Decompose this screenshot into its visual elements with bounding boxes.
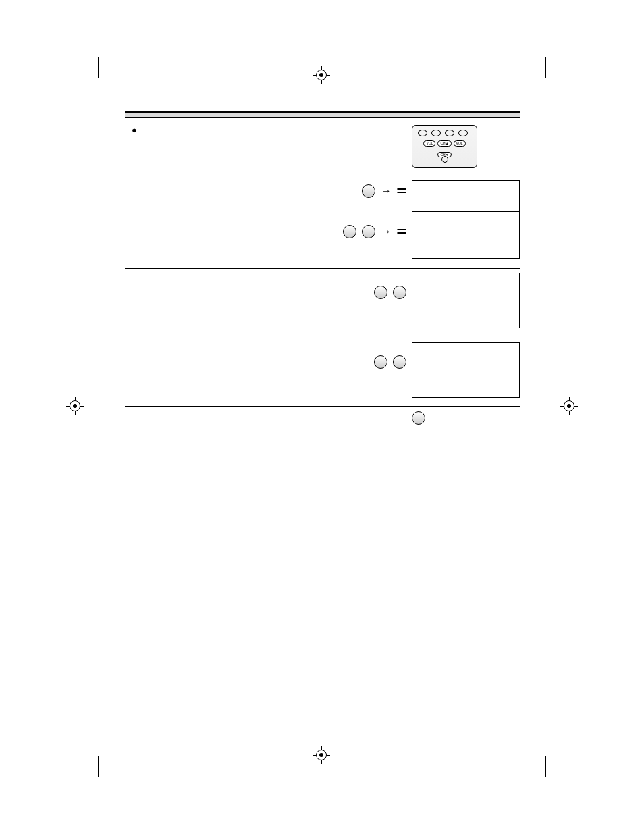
button-diagram-menu-ch: → <box>141 183 406 199</box>
step-text <box>141 342 412 369</box>
menu-button-icon <box>362 184 375 198</box>
screen-setup <box>412 211 520 260</box>
step-4 <box>125 273 520 338</box>
registration-target-right <box>560 397 578 415</box>
ch-dn-button-icon <box>397 232 406 234</box>
bullet-icon: ● <box>125 125 144 135</box>
step-number <box>125 171 141 172</box>
step-text <box>141 273 412 299</box>
step-number <box>125 342 141 343</box>
tv-ch-up-btn: CH▲ <box>437 140 451 147</box>
steps-list: → <box>125 180 520 429</box>
intro-row: ● VOL CH▲ VOL CH▼ <box>125 125 520 168</box>
arrow-icon: → <box>381 183 392 199</box>
ch-dn-button-icon <box>397 192 406 193</box>
screen-auto-off-box <box>412 342 520 398</box>
registration-target-left <box>66 397 84 415</box>
tv-front-panel-diagram: VOL CH▲ VOL CH▼ <box>412 125 520 168</box>
screen-setup-box <box>412 211 520 259</box>
tv-vol-minus-btn: VOL <box>423 140 435 147</box>
vol-plus-button-icon <box>393 355 406 369</box>
arrow-icon: → <box>381 224 392 239</box>
step-5 <box>125 342 520 407</box>
tv-menu-btn <box>441 156 448 163</box>
vol-plus-button-icon <box>393 286 406 299</box>
tv-box: VOL CH▲ VOL CH▼ <box>412 125 477 168</box>
screen-auto-input-auto <box>412 273 520 330</box>
step-number <box>125 273 141 273</box>
step-6 <box>125 411 520 429</box>
button-diagram-vol-ch: → <box>141 224 406 239</box>
vol-plus-button-icon <box>362 225 375 238</box>
ch-up-button-icon <box>397 188 406 190</box>
ch-up-button-icon <box>397 229 406 230</box>
section-title-bar <box>125 111 520 118</box>
button-diagram-vol <box>141 355 406 369</box>
footer <box>125 741 520 750</box>
screen-auto-input-off <box>412 342 520 398</box>
menu-button-icon <box>412 411 425 425</box>
button-diagram-vol <box>141 285 406 299</box>
screen-auto-auto-box <box>412 273 520 328</box>
step-number <box>125 180 141 181</box>
page-content: ● VOL CH▲ VOL CH▼ <box>125 111 520 429</box>
tv-vol-plus-btn: VOL <box>454 140 466 147</box>
vol-minus-button-icon <box>374 355 387 369</box>
registration-target-top <box>313 66 330 84</box>
button-diagram-menu <box>412 411 520 425</box>
step-number <box>125 411 141 411</box>
vol-minus-button-icon <box>374 286 387 299</box>
vol-minus-button-icon <box>343 225 356 238</box>
step-text: → <box>141 171 412 199</box>
step-3: → <box>125 211 520 269</box>
step-text: → <box>141 211 412 239</box>
step-number <box>125 211 141 212</box>
